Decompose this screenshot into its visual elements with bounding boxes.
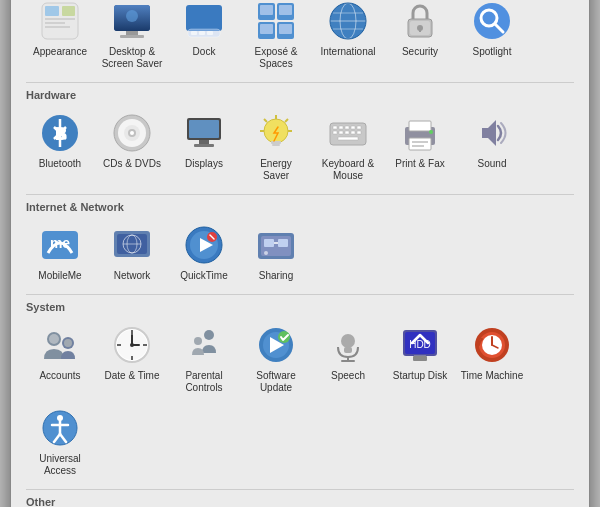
svg-line-51: [264, 119, 267, 122]
international-label: International: [320, 46, 375, 58]
personal-grid: Appearance: [26, 0, 574, 74]
svg-rect-11: [186, 5, 222, 31]
pref-security[interactable]: Security: [386, 0, 454, 74]
svg-point-96: [64, 339, 72, 347]
pref-timemachine[interactable]: Time Machine: [458, 319, 526, 398]
datetime-label: Date & Time: [104, 370, 159, 382]
pref-sharing[interactable]: Sharing: [242, 219, 310, 286]
cds-icon: [110, 111, 154, 155]
svg-rect-20: [260, 5, 273, 15]
svg-rect-13: [191, 31, 197, 35]
cds-label: CDs & DVDs: [103, 158, 161, 170]
pref-cds[interactable]: CDs & DVDs: [98, 107, 166, 186]
svg-rect-46: [189, 120, 219, 138]
svg-rect-58: [333, 126, 337, 129]
svg-line-52: [285, 119, 288, 122]
pref-speech[interactable]: Speech: [314, 319, 382, 398]
pref-parental[interactable]: ParentalControls: [170, 319, 238, 398]
divider-other: [26, 489, 574, 490]
svg-point-43: [130, 131, 134, 135]
security-icon: [398, 0, 442, 43]
keyboard-label: Keyboard &Mouse: [322, 158, 374, 182]
pref-sound[interactable]: Sound: [458, 107, 526, 186]
appearance-icon: [38, 0, 82, 43]
pref-expose[interactable]: Exposé &Spaces: [242, 0, 310, 74]
svg-point-34: [474, 3, 510, 39]
pref-datetime[interactable]: Date & Time: [98, 319, 166, 398]
pref-quicktime[interactable]: QuickTime: [170, 219, 238, 286]
svg-rect-61: [351, 126, 355, 129]
svg-point-74: [429, 130, 433, 134]
accounts-label: Accounts: [39, 370, 80, 382]
svg-rect-1: [45, 6, 59, 16]
desktop-label: Desktop &Screen Saver: [102, 46, 163, 70]
svg-rect-68: [338, 137, 358, 140]
svg-rect-4: [45, 26, 70, 28]
spotlight-icon: [470, 0, 514, 43]
pref-international[interactable]: International: [314, 0, 382, 74]
security-label: Security: [402, 46, 438, 58]
svg-rect-14: [199, 31, 205, 35]
dock-label: Dock: [193, 46, 216, 58]
sharing-label: Sharing: [259, 270, 293, 282]
content-area: Personal Appearance: [11, 0, 589, 507]
pref-energy[interactable]: EnergySaver: [242, 107, 310, 186]
pref-software[interactable]: SoftwareUpdate: [242, 319, 310, 398]
bluetooth-label: Bluetooth: [39, 158, 81, 170]
pref-displays[interactable]: Displays: [170, 107, 238, 186]
parental-icon: [182, 323, 226, 367]
svg-rect-64: [339, 131, 343, 134]
sound-label: Sound: [478, 158, 507, 170]
svg-rect-65: [345, 131, 349, 134]
svg-rect-48: [194, 144, 214, 147]
pref-network[interactable]: Network: [98, 219, 166, 286]
pref-dock[interactable]: Dock: [170, 0, 238, 74]
network-label: Network: [114, 270, 151, 282]
svg-rect-8: [126, 31, 138, 35]
svg-point-110: [278, 331, 290, 343]
svg-rect-70: [409, 121, 431, 131]
desktop-icon: [110, 0, 154, 43]
quicktime-icon: [182, 223, 226, 267]
quicktime-label: QuickTime: [180, 270, 227, 282]
svg-point-10: [126, 10, 138, 22]
pref-spotlight[interactable]: Spotlight: [458, 0, 526, 74]
svg-point-107: [194, 337, 202, 345]
pref-startup[interactable]: HDD Startup Disk: [386, 319, 454, 398]
pref-universal[interactable]: UniversalAccess: [26, 402, 94, 481]
pref-print[interactable]: Print & Fax: [386, 107, 454, 186]
svg-point-94: [49, 334, 59, 344]
mobileme-icon: me: [38, 223, 82, 267]
svg-rect-9: [120, 35, 144, 38]
timemachine-icon: [470, 323, 514, 367]
energy-label: EnergySaver: [260, 158, 292, 182]
svg-rect-3: [45, 22, 65, 24]
svg-text:HDD: HDD: [409, 339, 431, 350]
internet-grid: me MobileMe Network: [26, 219, 574, 286]
pref-desktop[interactable]: Desktop &Screen Saver: [98, 0, 166, 74]
divider-system: [26, 294, 574, 295]
universal-label: UniversalAccess: [39, 453, 81, 477]
sound-icon: [470, 111, 514, 155]
svg-rect-112: [344, 347, 352, 353]
divider-internet: [26, 194, 574, 195]
svg-rect-2: [45, 18, 75, 20]
startup-icon: HDD: [398, 323, 442, 367]
section-label-other: Other: [26, 496, 574, 508]
pref-accounts[interactable]: Accounts: [26, 319, 94, 398]
svg-rect-23: [279, 24, 292, 34]
section-label-hardware: Hardware: [26, 89, 574, 101]
svg-rect-118: [413, 356, 427, 361]
pref-keyboard[interactable]: Keyboard &Mouse: [314, 107, 382, 186]
svg-rect-89: [264, 239, 274, 247]
displays-icon: [182, 111, 226, 155]
pref-appearance[interactable]: Appearance: [26, 0, 94, 74]
pref-mobileme[interactable]: me MobileMe: [26, 219, 94, 286]
pref-bluetooth[interactable]: ʙ Bluetooth: [26, 107, 94, 186]
mobileme-label: MobileMe: [38, 270, 81, 282]
print-label: Print & Fax: [395, 158, 444, 170]
svg-rect-15: [207, 31, 213, 35]
svg-rect-21: [279, 5, 292, 15]
svg-rect-63: [333, 131, 337, 134]
print-icon: [398, 111, 442, 155]
